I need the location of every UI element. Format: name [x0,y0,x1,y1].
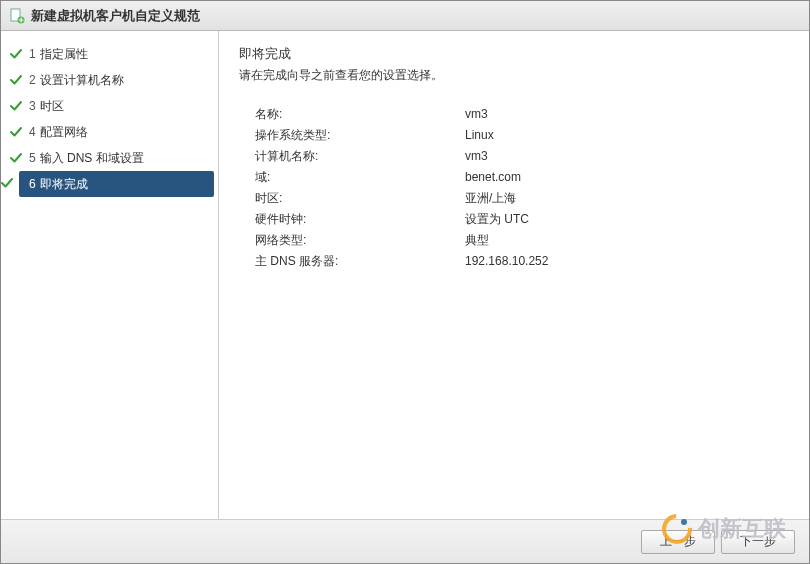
step-label: 配置网络 [40,124,88,141]
spec-file-icon [9,8,25,24]
summary-val: 设置为 UTC [465,209,529,230]
summary-val: Linux [465,125,494,146]
step-label: 指定属性 [40,46,88,63]
check-icon [9,152,23,164]
back-button[interactable]: 上一步 [641,530,715,554]
summary-list: 名称: vm3 操作系统类型: Linux 计算机名称: vm3 域: bene… [239,104,789,272]
step-4[interactable]: 4 配置网络 [1,119,218,145]
summary-val: 192.168.10.252 [465,251,548,272]
step-1[interactable]: 1 指定属性 [1,41,218,67]
step-3[interactable]: 3 时区 [1,93,218,119]
summary-row: 计算机名称: vm3 [255,146,789,167]
summary-key: 操作系统类型: [255,125,465,146]
summary-val: vm3 [465,104,488,125]
summary-row: 时区: 亚洲/上海 [255,188,789,209]
step-label: 设置计算机名称 [40,72,124,89]
step-2[interactable]: 2 设置计算机名称 [1,67,218,93]
summary-row: 名称: vm3 [255,104,789,125]
check-icon [9,126,23,138]
check-icon [9,100,23,112]
step-label: 时区 [40,98,64,115]
summary-row: 网络类型: 典型 [255,230,789,251]
next-button[interactable]: 下一步 [721,530,795,554]
window-title: 新建虚拟机客户机自定义规范 [31,7,200,25]
sidebar: 1 指定属性 2 设置计算机名称 3 时区 4 [1,31,219,519]
check-icon [9,48,23,60]
summary-row: 硬件时钟: 设置为 UTC [255,209,789,230]
summary-val: vm3 [465,146,488,167]
step-6[interactable]: 6 即将完成 [19,171,214,197]
summary-key: 硬件时钟: [255,209,465,230]
page-title: 即将完成 [239,45,789,63]
footer: 上一步 下一步 [1,519,809,563]
check-icon [9,74,23,86]
summary-row: 域: benet.com [255,167,789,188]
summary-key: 计算机名称: [255,146,465,167]
titlebar: 新建虚拟机客户机自定义规范 [1,1,809,31]
main-panel: 即将完成 请在完成向导之前查看您的设置选择。 名称: vm3 操作系统类型: L… [219,31,809,519]
step-5[interactable]: 5 输入 DNS 和域设置 [1,145,218,171]
summary-key: 网络类型: [255,230,465,251]
summary-row: 操作系统类型: Linux [255,125,789,146]
summary-val: 亚洲/上海 [465,188,516,209]
summary-row: 主 DNS 服务器: 192.168.10.252 [255,251,789,272]
summary-key: 主 DNS 服务器: [255,251,465,272]
page-subtitle: 请在完成向导之前查看您的设置选择。 [239,67,789,84]
step-label: 即将完成 [40,176,88,193]
wizard-body: 1 指定属性 2 设置计算机名称 3 时区 4 [1,31,809,519]
summary-key: 名称: [255,104,465,125]
step-label: 输入 DNS 和域设置 [40,150,144,167]
summary-key: 时区: [255,188,465,209]
summary-val: 典型 [465,230,489,251]
summary-key: 域: [255,167,465,188]
summary-val: benet.com [465,167,521,188]
wizard-window: 新建虚拟机客户机自定义规范 1 指定属性 2 设置计算机名称 [0,0,810,564]
